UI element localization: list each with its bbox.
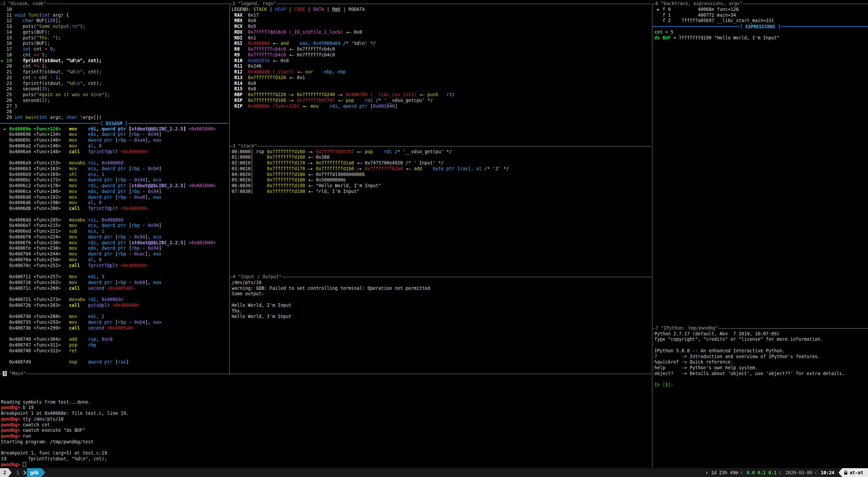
pane-divider-right xyxy=(652,4,652,468)
terminal-line: 0x40070a <func+250> mov al, 0 xyxy=(1,257,216,263)
terminal-line: 18 cnt += 5; xyxy=(1,52,110,58)
source-code-listing[interactable]: 10 11 void func(int arg) { 12 char BUF[1… xyxy=(1,7,110,121)
terminal-line: Some output: xyxy=(232,291,430,297)
disasm-section-header: [ DISASM ] xyxy=(0,121,228,126)
terminal-line: Breakpoint 1 at 0x40068e: file test.c, l… xyxy=(1,411,129,417)
terminal-line: 04:0020│ 0x7fffffffd180 ◂— 0xffffd190000… xyxy=(232,172,509,178)
terminal-line: RSP 0x7fffffffd160 —▸ 0x7ffff7b97787 ◂— … xyxy=(232,98,455,104)
terminal-line: 14 gets(BUF); xyxy=(1,30,110,35)
terminal-line: RBP 0x7fffffffd220 —▸ 0x7fffffffd240 —▸ … xyxy=(232,92,455,98)
terminal-line: 0x400748 <func+312> ret xyxy=(1,348,216,354)
status-right: ↑ 1d 23h 49m 0.0 0.1 0.1 2020-03-06 10:2… xyxy=(706,468,868,477)
terminal-line: /dev/pts/10 xyxy=(232,280,430,286)
terminal-line: Breakpoint 1, func (arg=5) at test.c:19 xyxy=(1,450,129,456)
terminal-line: Thx. xyxy=(232,308,430,314)
terminal-line: 02:0010│ 0x7fffffffd170 —▸ 0x7fffffffd1a… xyxy=(232,160,509,166)
terminal-line: ► 19 fprintf(stdout, "%d\n", cnt); xyxy=(1,58,110,64)
terminal-line: 0x400711 <func+257> mov edi, 3 xyxy=(1,274,216,280)
terminal-line: RDX 0x7ffff7dd18c0 (_IO_stdfile_1_lock) … xyxy=(232,30,455,35)
terminal-line: 0x40070c <func+252> call fprintf@plt <0x… xyxy=(1,263,216,269)
terminal-line: RBX 0x0 xyxy=(232,18,455,24)
terminal-line xyxy=(1,445,129,451)
terminal-line: RSI 0x40080d ◂— and eax, 0x4f000a64 /* '… xyxy=(232,41,455,47)
terminal-line: R13 0x7fffffffd320 ◂— 0x1 xyxy=(232,75,455,81)
terminal-line xyxy=(1,354,216,360)
terminal-line: 0x400716 <func+262> mov dword ptr [rbp -… xyxy=(1,280,216,286)
terminal-line: 12 char BUF[128]; xyxy=(1,18,110,24)
terminal-line: 0x4006d0 <func+192> mov dword ptr [rbp -… xyxy=(1,195,216,200)
io-panel[interactable]: /dev/pts/10warning: GDB: Failed to set c… xyxy=(232,280,430,320)
terminal-line xyxy=(654,377,845,383)
terminal-line: R10 0x602010 ◂— 0x0 xyxy=(232,58,455,64)
terminal-line: 03:0018│ 0x7fffffffd178 —▸ 0x7fffffffd1b… xyxy=(232,166,509,172)
terminal-line: pwndbg> xyxy=(1,462,129,468)
gdb-console[interactable]: Reading symbols from test...done.pwndbg>… xyxy=(1,400,129,468)
terminal-line: 0x4006b3 <func+163> mov ecx, dword ptr [… xyxy=(1,166,216,172)
terminal-line: 20 cnt *= 2; xyxy=(1,64,110,69)
tmux-screen: 1 "disasm, code" 2 "legend, regs" 6 "bac… xyxy=(0,0,868,477)
terminal-line: 13 puts("Some output:\n"); xyxy=(1,24,110,30)
terminal-line: 0x4006c2 <func+178> mov rdi, qword ptr [… xyxy=(1,183,216,189)
clock: 10:24 xyxy=(821,470,834,475)
terminal-line: 05:0028│ 0x7fffffffd188 ◂— 0x50000000e xyxy=(232,177,509,183)
window-tab-gdb[interactable]: gdb xyxy=(27,468,45,477)
stack-panel[interactable]: 00:0000│ rsp 0x7fffffffd160 —▸ 0x7ffff7b… xyxy=(232,149,509,195)
lock-icon xyxy=(844,471,848,475)
terminal-line: 0x4006dd <func+205> movabs rsi, 0x40080d xyxy=(1,217,216,223)
chevron-right-icon xyxy=(22,471,26,475)
terminal-line: 0x40073b <func+299> call second <0x4005a… xyxy=(1,325,216,331)
terminal-line: object? -> Details about 'object', use '… xyxy=(654,371,845,377)
terminal-line: 0x4006a4 <func+148> call fprintf@plt <0x… xyxy=(1,149,216,155)
uptime-text: 1d 23h 49m xyxy=(711,470,738,475)
registers-panel[interactable]: LEGEND: STACK | HEAP | CODE | DATA | RWX… xyxy=(232,7,455,109)
terminal-line: 25 puts("Again as it was so nice"); xyxy=(1,92,110,98)
terminal-line: 0x4006ca <func+186> mov edx, dword ptr [… xyxy=(1,189,216,195)
session-tab[interactable]: 2 xyxy=(0,468,12,477)
terminal-line: 28 xyxy=(1,109,110,115)
terminal-line: R8 0x7ffff7fcb4c0 ◂— 0x7ffff7fcb4c0 xyxy=(232,47,455,52)
date-text: 2020-03-06 xyxy=(785,470,812,475)
terminal-line: 0x40069c <func+140> mov dword ptr [rbp -… xyxy=(1,138,216,143)
hostname-segment: at-at xyxy=(838,468,868,477)
terminal-line: RIP 0x40068e (func+126) ◂— mov rdi, qwor… xyxy=(232,104,455,109)
tmux-status-bar: 2 1 gdb ↑ 1d 23h 49m 0.0 0.1 0.1 2020-03… xyxy=(0,468,868,477)
pane-border-ipython: 7 "IPython: tmp/pwndbg" xyxy=(653,325,868,331)
terminal-line: 0x4006a9 <func+153> movabs rsi, 0x40080d xyxy=(1,160,216,166)
terminal-line: 0x400730 <func+288> mov edi, 2 xyxy=(1,314,216,320)
terminal-line: pwndbg> cwatch execute "ds BUF" xyxy=(1,428,129,434)
terminal-line: 01:0008│ 0x7fffffffd168 ◂— 0x380 xyxy=(232,155,509,160)
terminal-line: f 2 7ffff7a05b97 __libc_start_main+231 xyxy=(654,18,774,24)
terminal-line: 11 void func(int arg) { xyxy=(1,13,110,18)
terminal-line: 21 fprintf(stdout, "%d\n", cnt); xyxy=(1,69,110,75)
terminal-line: Type "copyright", "credits" or "license"… xyxy=(654,337,845,342)
terminal-line: R11 0x246 xyxy=(232,64,455,69)
ipython-console[interactable]: Python 2.7.17 (default, Nov 7 2019, 10:0… xyxy=(654,331,845,388)
terminal-line: 0x400749 nop dword ptr [rax] xyxy=(1,359,216,365)
terminal-line: pwndbg> b 19 xyxy=(1,405,129,411)
pane-border-disasm-code: 1 "disasm, code" xyxy=(0,1,228,7)
disassembly-listing[interactable]: ► 0x40068e <func+126> mov rdi, qword ptr… xyxy=(1,126,216,366)
terminal-line: 07:0038│ 0x7fffffffd198 ◂— "rld, I'm Inp… xyxy=(232,189,509,195)
terminal-line: pwndbg> cwatch cnt xyxy=(1,422,129,428)
terminal-line: 24 second(3); xyxy=(1,86,110,92)
terminal-line: 0x4006ed <func+221> sub ecx, 1 xyxy=(1,229,216,234)
expressions-panel[interactable]: cnt = 5ds BUF = 7fffffffd190 "Hello Worl… xyxy=(654,30,779,41)
window-index[interactable]: 1 xyxy=(16,470,19,475)
expressions-section-header: [ EXPRESSIONS ] xyxy=(653,24,868,30)
terminal-line: In [1]: xyxy=(654,382,845,388)
terminal-line xyxy=(1,291,216,297)
backtrace-panel[interactable]: ► f 0 40068e func+126 f 1 400772 main+34… xyxy=(654,7,774,24)
terminal-line: 17 int cnt = 0; xyxy=(1,47,110,52)
terminal-line: ? -> Introduction and overview of IPytho… xyxy=(654,354,845,360)
terminal-line: help -> Python's own help system. xyxy=(654,365,845,371)
terminal-line: Starting program: /tmp/pwndbg/test xyxy=(1,439,129,445)
terminal-line: RAX 0x17 xyxy=(232,13,455,18)
terminal-line: 00:0000│ rsp 0x7fffffffd160 —▸ 0x7ffff7b… xyxy=(232,149,509,155)
terminal-line: 0x400747 <func+311> pop rbp xyxy=(1,342,216,348)
pane-border-legend-regs: 2 "legend, regs" xyxy=(230,1,651,7)
terminal-line xyxy=(1,308,216,314)
terminal-line xyxy=(1,331,216,337)
terminal-line: 06:0030│ 0x7fffffffd190 ◂— "Hello World,… xyxy=(232,183,509,189)
terminal-line: pwndbg> run xyxy=(1,434,129,439)
terminal-line: RCX 0x5 xyxy=(232,24,455,30)
